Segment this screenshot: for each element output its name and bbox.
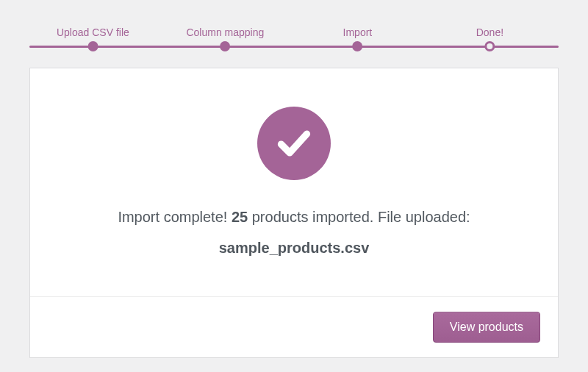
step-label: Upload CSV file [57, 26, 129, 38]
card-footer: View products [30, 296, 558, 357]
step-label: Column mapping [186, 26, 264, 38]
progress-stepper: Upload CSV fileColumn mappingImportDone! [0, 0, 588, 53]
step-dot [484, 41, 495, 51]
message-suffix: products imported. File uploaded: [248, 209, 470, 225]
card-body: Import complete! 25 products imported. F… [30, 68, 558, 296]
stepper-line [29, 46, 559, 48]
step-1: Column mapping [186, 26, 264, 46]
uploaded-filename: sample_products.csv [60, 235, 528, 261]
step-label: Done! [476, 26, 503, 38]
step-dot [352, 41, 362, 51]
step-0: Upload CSV file [57, 26, 129, 46]
import-count: 25 [232, 209, 248, 225]
success-check-icon [257, 107, 331, 180]
step-3: Done! [476, 26, 503, 46]
step-dot [87, 41, 98, 51]
message-prefix: Import complete! [118, 209, 232, 225]
import-result-card: Import complete! 25 products imported. F… [29, 68, 559, 358]
import-message: Import complete! 25 products imported. F… [60, 204, 528, 261]
step-2: Import [343, 26, 373, 46]
view-products-button[interactable]: View products [433, 312, 540, 343]
step-dot [220, 41, 230, 51]
step-label: Import [343, 26, 373, 38]
